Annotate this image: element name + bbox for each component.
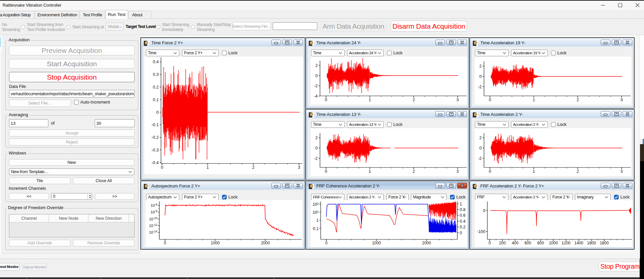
svg-text:1200: 1200 <box>562 241 571 245</box>
svg-text:2: 2 <box>315 63 318 68</box>
svg-text:1: 1 <box>369 169 371 174</box>
svg-text:200: 200 <box>499 241 506 245</box>
svg-text:0: 0 <box>489 169 491 174</box>
svg-text:0: 0 <box>315 146 318 150</box>
svg-text:0.4: 0.4 <box>153 60 159 64</box>
svg-text:-0.4: -0.4 <box>151 160 159 165</box>
svg-text:-0.3: -0.3 <box>151 148 159 152</box>
svg-text:0: 0 <box>489 241 491 245</box>
svg-text:0: 0 <box>460 231 462 235</box>
svg-text:2: 2 <box>413 169 415 174</box>
svg-text:-100: -100 <box>477 229 485 234</box>
svg-text:1: 1 <box>533 98 535 102</box>
svg-text:-2: -2 <box>478 156 482 161</box>
svg-text:-2: -2 <box>314 156 318 161</box>
svg-text:0: 0 <box>479 74 482 79</box>
svg-text:1: 1 <box>207 165 209 170</box>
svg-text:3: 3 <box>620 169 623 174</box>
svg-text:2: 2 <box>479 136 482 140</box>
svg-text:0.2: 0.2 <box>153 85 159 90</box>
svg-text:2: 2 <box>315 136 318 140</box>
svg-text:1: 1 <box>533 169 535 174</box>
svg-text:10¹: 10¹ <box>313 210 319 215</box>
svg-text:-0.1: -0.1 <box>151 123 159 127</box>
svg-text:3: 3 <box>456 98 459 102</box>
svg-text:1600: 1600 <box>587 241 596 245</box>
svg-text:800: 800 <box>537 241 544 245</box>
svg-text:1: 1 <box>460 202 462 206</box>
svg-text:0.4: 0.4 <box>460 219 465 224</box>
svg-text:0: 0 <box>156 110 159 115</box>
svg-text:0: 0 <box>479 146 482 150</box>
svg-text:-2: -2 <box>314 84 318 88</box>
svg-text:1000: 1000 <box>549 241 558 245</box>
svg-text:1800: 1800 <box>600 241 609 245</box>
svg-text:0: 0 <box>325 98 327 102</box>
svg-text:0.1: 0.1 <box>153 98 159 102</box>
svg-text:0: 0 <box>315 74 318 78</box>
svg-text:10²: 10² <box>313 202 319 207</box>
svg-text:0.6: 0.6 <box>460 213 465 218</box>
svg-text:2: 2 <box>577 169 579 174</box>
svg-text:2000: 2000 <box>261 241 270 245</box>
svg-text:3: 3 <box>456 169 459 174</box>
svg-text:0: 0 <box>325 169 327 174</box>
svg-text:2: 2 <box>413 98 415 102</box>
svg-text:0: 0 <box>325 241 328 245</box>
svg-text:1400: 1400 <box>574 241 583 245</box>
svg-text:1: 1 <box>316 218 319 223</box>
svg-text:0: 0 <box>483 208 485 213</box>
svg-text:0: 0 <box>161 165 163 170</box>
svg-text:1000: 1000 <box>372 241 381 245</box>
svg-text:0.3: 0.3 <box>153 72 159 77</box>
svg-text:0.8: 0.8 <box>460 207 465 212</box>
svg-text:3: 3 <box>298 165 300 170</box>
svg-text:2: 2 <box>479 64 482 69</box>
svg-text:0: 0 <box>489 98 491 102</box>
svg-text:0.2: 0.2 <box>460 225 465 229</box>
svg-text:0: 0 <box>164 241 166 245</box>
svg-text:3: 3 <box>620 98 623 102</box>
svg-text:400: 400 <box>512 241 518 245</box>
svg-text:2: 2 <box>252 165 255 170</box>
svg-text:-2: -2 <box>478 85 482 89</box>
svg-text:2000: 2000 <box>422 241 431 245</box>
svg-text:2: 2 <box>577 98 579 102</box>
svg-text:600: 600 <box>525 241 531 245</box>
svg-text:1000: 1000 <box>211 241 220 245</box>
svg-text:0.1: 0.1 <box>313 226 319 231</box>
svg-text:-0.2: -0.2 <box>151 135 159 140</box>
svg-text:1: 1 <box>369 98 371 102</box>
svg-text:-4: -4 <box>314 94 318 99</box>
